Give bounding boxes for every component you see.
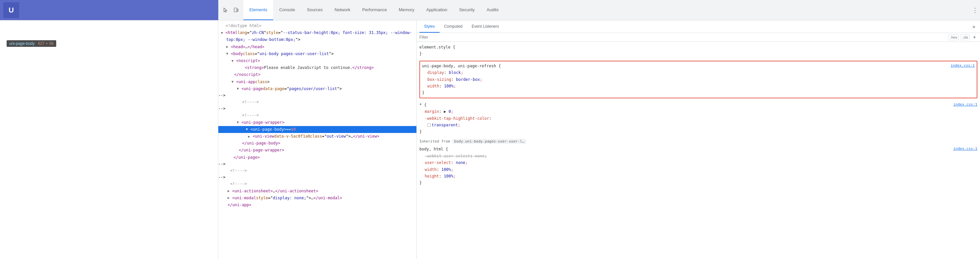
- dom-line[interactable]: <uni-app class>: [218, 79, 417, 85]
- triangle-icon[interactable]: [232, 58, 236, 64]
- device-icon[interactable]: [232, 6, 241, 15]
- triangle-icon[interactable]: [226, 44, 231, 49]
- right-panel: Styles Computed Event Listeners » :hov .…: [417, 21, 980, 259]
- inspect-icon[interactable]: [221, 6, 230, 15]
- css-source-link[interactable]: index.css:1: [951, 63, 975, 69]
- dom-line[interactable]: <noscript>: [218, 57, 417, 64]
- tab-application[interactable]: Application: [420, 0, 453, 20]
- css-source-link-body[interactable]: index.css:1: [953, 146, 977, 152]
- styles-more-icon[interactable]: »: [970, 24, 977, 30]
- css-block-element-style: element.style { }: [419, 44, 977, 57]
- dom-line[interactable]: <strong>Please enable JavaScript to cont…: [218, 64, 417, 71]
- dom-line[interactable]: </uni-page>: [218, 154, 417, 161]
- app-container: U Elements Console: [0, 0, 980, 259]
- page-icon: U: [3, 2, 19, 18]
- triangle-icon[interactable]: [228, 188, 232, 194]
- triangle-icon[interactable]: [226, 51, 231, 57]
- tab-elements[interactable]: Elements: [243, 0, 273, 20]
- dom-line[interactable]: </uni-page-body>: [218, 140, 417, 147]
- triangle-icon[interactable]: [237, 120, 242, 125]
- devtools-toolbar-icons: [218, 0, 243, 20]
- svg-rect-0: [234, 8, 237, 12]
- dom-line[interactable]: <uni-modal style="display: none;"> …</un…: [218, 195, 417, 202]
- css-block-uni-page-body: uni-page-body, uni-page-refresh { index.…: [419, 61, 977, 98]
- filter-hov-button[interactable]: :hov: [948, 34, 959, 40]
- dom-line[interactable]: <head>…</head>: [218, 44, 417, 51]
- tab-network[interactable]: Network: [329, 0, 356, 20]
- tab-sources[interactable]: Sources: [301, 0, 329, 20]
- main-content: uni-page-body 627 × 58 <!doctype html> <…: [0, 21, 980, 259]
- filter-cls-button[interactable]: .cls: [961, 34, 970, 40]
- tab-console[interactable]: Console: [273, 0, 301, 20]
- svg-rect-1: [237, 9, 238, 11]
- inherited-source: body.uni-body.pages-user-user-l…: [452, 139, 526, 144]
- triangle-icon[interactable]: [228, 195, 232, 201]
- dom-line[interactable]: <body class="uni-body pages-user-user-li…: [218, 51, 417, 57]
- triangle-icon[interactable]: [232, 79, 236, 84]
- tab-security[interactable]: Security: [453, 0, 480, 20]
- dom-line[interactable]: </noscript>: [218, 71, 417, 78]
- dom-line[interactable]: <uni-view data-v-5ac0f1a0 class="out-vie…: [218, 133, 417, 140]
- filter-plus-button[interactable]: +: [972, 34, 977, 40]
- css-block-star: * { index.css:1 margin: ▶ 0; -webkit-tap…: [419, 102, 977, 135]
- dom-line-selected[interactable]: … <uni-page-body> == $0: [218, 126, 417, 133]
- triangle-icon[interactable]: [221, 30, 226, 36]
- dom-line[interactable]: <!---->: [218, 180, 417, 187]
- dom-line[interactable]: <html lang="zh-CN" style="--status-bar-h…: [218, 29, 417, 36]
- color-swatch: [427, 123, 431, 127]
- dom-line[interactable]: <!doctype html>: [218, 22, 417, 29]
- inherited-from-label: Inherited from body.uni-body.pages-user-…: [419, 139, 977, 145]
- tab-audits[interactable]: Audits: [480, 0, 504, 20]
- devtools-tabs: Elements Console Sources Network Perform…: [243, 0, 970, 20]
- triangle-icon[interactable]: [237, 86, 242, 92]
- element-label-name: uni-page-body: [9, 41, 35, 46]
- dom-line[interactable]: top:0px; --window-bottom:0px;">: [218, 36, 417, 43]
- triangle-icon[interactable]: [248, 134, 253, 139]
- element-label: uni-page-body 627 × 58: [6, 40, 56, 47]
- triangle-icon[interactable]: [246, 127, 250, 132]
- styles-content: element.style { } uni-page-body, uni-pag…: [417, 42, 980, 259]
- dom-line[interactable]: <uni-page data-page="pages/user/user-lis…: [218, 85, 417, 92]
- filter-bar: :hov .cls +: [417, 33, 980, 42]
- more-options-icon[interactable]: ⋮: [970, 0, 980, 20]
- dom-line[interactable]: </uni-page-wrapper>: [218, 147, 417, 154]
- css-block-body: body, html { index.css:1 -webkit-user-se…: [419, 146, 977, 186]
- filter-input[interactable]: [419, 35, 947, 39]
- tab-performance[interactable]: Performance: [356, 0, 393, 20]
- dom-line[interactable]: <uni-page-wrapper>: [218, 119, 417, 126]
- dom-panel: <!doctype html> <html lang="zh-CN" style…: [218, 21, 417, 259]
- dom-line[interactable]: <!---->: [218, 112, 417, 119]
- page-preview: U: [0, 0, 218, 20]
- tab-event-listeners[interactable]: Event Listeners: [467, 21, 504, 33]
- left-panel: uni-page-body 627 × 58: [0, 21, 218, 259]
- tab-memory[interactable]: Memory: [393, 0, 420, 20]
- top-bar: U Elements Console: [0, 0, 980, 21]
- element-label-size: 627 × 58: [38, 41, 54, 46]
- tab-computed[interactable]: Computed: [439, 21, 467, 33]
- dom-line[interactable]: </uni-app>: [218, 202, 417, 208]
- styles-tabs: Styles Computed Event Listeners »: [417, 21, 980, 33]
- tab-styles[interactable]: Styles: [419, 21, 439, 33]
- dom-line[interactable]: <!---->: [218, 167, 417, 174]
- dom-line[interactable]: <uni-actionsheet>…</uni-actionsheet>: [218, 188, 417, 195]
- dom-line[interactable]: <!---->: [218, 99, 417, 106]
- css-source-link-star[interactable]: index.css:1: [953, 102, 977, 108]
